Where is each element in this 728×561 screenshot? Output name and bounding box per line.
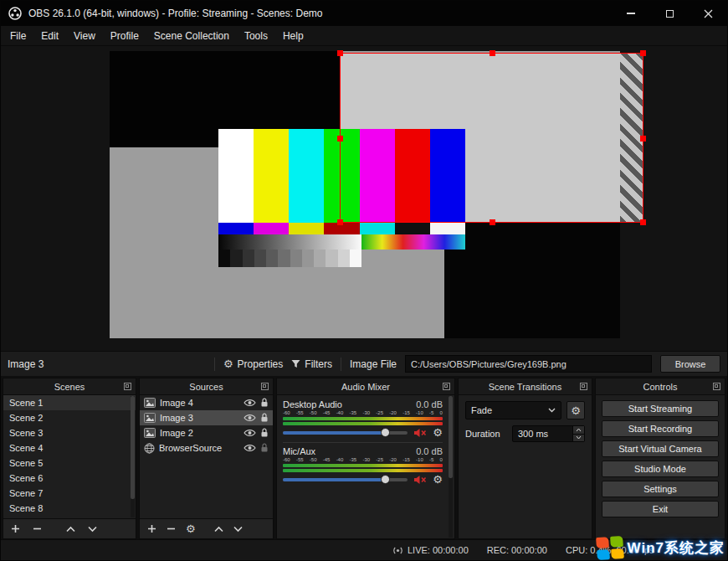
source-item[interactable]: Image 4	[140, 395, 273, 410]
channel-name: Desktop Audio	[283, 399, 342, 409]
rec-status: REC: 00:00:00	[487, 545, 547, 555]
mute-speaker-icon[interactable]	[413, 475, 427, 485]
tick-label: -20	[389, 410, 397, 416]
settings-button[interactable]: Settings	[602, 481, 719, 497]
move-scene-down-button[interactable]	[88, 526, 97, 533]
image-file-path-input[interactable]	[405, 355, 652, 373]
selection-handle-top-left[interactable]	[337, 50, 343, 56]
lock-icon[interactable]	[260, 413, 269, 423]
lock-icon[interactable]	[260, 428, 269, 438]
mixer-scrollbar[interactable]	[449, 396, 453, 538]
selection-handle-top-center[interactable]	[490, 50, 495, 56]
move-scene-up-button[interactable]	[66, 526, 75, 533]
tick-label: -15	[402, 410, 410, 416]
menu-view[interactable]: View	[66, 26, 103, 45]
dock-float-icon[interactable]	[443, 383, 450, 390]
slider-handle[interactable]	[381, 428, 390, 437]
scene-item[interactable]: Scene 2	[3, 410, 136, 425]
duration-spinbox[interactable]: 300 ms	[512, 425, 585, 442]
source-item[interactable]: Image 2	[140, 425, 273, 440]
studio-mode-button[interactable]: Studio Mode	[602, 461, 719, 477]
visibility-eye-icon[interactable]	[244, 414, 256, 422]
selection-handle-bottom-center[interactable]	[490, 219, 495, 225]
selection-handle-bottom-right[interactable]	[640, 219, 646, 225]
mute-speaker-icon[interactable]	[413, 428, 427, 438]
preview-canvas[interactable]	[110, 51, 620, 338]
transitions-header: Scene Transitions	[459, 378, 592, 395]
browse-button[interactable]: Browse	[660, 355, 720, 373]
step-cell	[266, 250, 278, 267]
scene-item[interactable]: Scene 8	[3, 501, 136, 516]
add-source-button[interactable]	[147, 524, 156, 533]
chevron-down-icon	[233, 526, 243, 533]
menu-tools[interactable]: Tools	[237, 26, 275, 45]
scene-item[interactable]: Scene 1	[3, 395, 136, 410]
slider-handle[interactable]	[381, 475, 390, 484]
filters-button[interactable]: Filters	[291, 358, 332, 370]
exit-button[interactable]: Exit	[602, 501, 719, 517]
gear-icon: ⚙	[571, 405, 581, 416]
source-item[interactable]: BrowserSource	[140, 440, 273, 455]
dock-float-icon[interactable]	[124, 383, 131, 390]
transition-value: Fade	[471, 405, 548, 415]
source-item-selected[interactable]: Image 3	[140, 410, 273, 425]
menu-file[interactable]: File	[3, 26, 33, 45]
dock-float-icon[interactable]	[580, 383, 587, 390]
transition-select[interactable]: Fade	[465, 401, 561, 419]
selection-handle-bottom-left[interactable]	[337, 219, 343, 225]
step-cell	[290, 250, 302, 267]
properties-button[interactable]: ⚙ Properties	[223, 358, 283, 370]
channel-settings-button[interactable]: ⚙	[433, 427, 443, 438]
scene-item[interactable]: Scene 7	[3, 486, 136, 501]
dock-float-icon[interactable]	[713, 383, 720, 390]
menu-scene-collection[interactable]: Scene Collection	[146, 26, 237, 45]
visibility-eye-icon[interactable]	[244, 444, 256, 452]
image-source-icon	[144, 428, 156, 438]
remove-source-button[interactable]	[167, 524, 176, 533]
tick-label: -50	[310, 457, 317, 463]
source-black-rect-bottom-right[interactable]	[444, 223, 620, 338]
menu-edit[interactable]: Edit	[33, 26, 66, 45]
dock-float-icon[interactable]	[261, 383, 269, 390]
menu-bar: File Edit View Profile Scene Collection …	[1, 26, 727, 46]
move-source-up-button[interactable]	[214, 526, 223, 533]
toolbar-separator	[214, 358, 215, 371]
duration-decrement-button[interactable]	[573, 434, 584, 442]
selection-handle-top-right[interactable]	[640, 50, 646, 56]
minimize-button[interactable]	[612, 1, 650, 26]
selection-handle-middle-right[interactable]	[640, 136, 646, 142]
close-button[interactable]	[689, 1, 727, 26]
tick-label: 0	[440, 410, 443, 416]
scene-item[interactable]: Scene 6	[3, 471, 136, 486]
visibility-eye-icon[interactable]	[244, 399, 256, 407]
duration-increment-button[interactable]	[573, 426, 584, 434]
selection-handle-middle-left[interactable]	[337, 136, 343, 142]
source-properties-button[interactable]: ⚙	[186, 523, 196, 534]
scene-item[interactable]: Scene 4	[3, 440, 136, 455]
channel-settings-button[interactable]: ⚙	[433, 474, 443, 485]
tick-label: -35	[350, 410, 357, 416]
minimize-icon	[627, 13, 635, 14]
meter-scale: -60-55-50-45-40-35-30-25-20-15-10-50	[283, 410, 443, 416]
step-cell	[278, 250, 290, 267]
menu-profile[interactable]: Profile	[103, 26, 146, 45]
scene-item[interactable]: Scene 3	[3, 425, 136, 440]
transition-properties-button[interactable]: ⚙	[567, 401, 585, 419]
scene-item[interactable]: Scene 5	[3, 455, 136, 471]
move-source-down-button[interactable]	[233, 526, 243, 533]
menu-help[interactable]: Help	[275, 26, 311, 45]
visibility-eye-icon[interactable]	[244, 429, 256, 437]
lock-icon[interactable]	[260, 443, 269, 453]
start-recording-button[interactable]: Start Recording	[602, 420, 719, 437]
volume-slider[interactable]	[283, 478, 408, 481]
filter-icon	[291, 359, 300, 368]
maximize-button[interactable]	[650, 1, 689, 26]
scenes-scrollbar[interactable]	[131, 396, 135, 517]
volume-slider[interactable]	[283, 431, 408, 435]
remove-scene-button[interactable]	[33, 524, 42, 533]
lock-icon[interactable]	[260, 398, 269, 408]
start-streaming-button[interactable]: Start Streaming	[602, 400, 719, 417]
start-virtual-camera-button[interactable]: Start Virtual Camera	[602, 440, 719, 457]
add-scene-button[interactable]	[11, 524, 20, 533]
step-cell	[350, 250, 361, 267]
